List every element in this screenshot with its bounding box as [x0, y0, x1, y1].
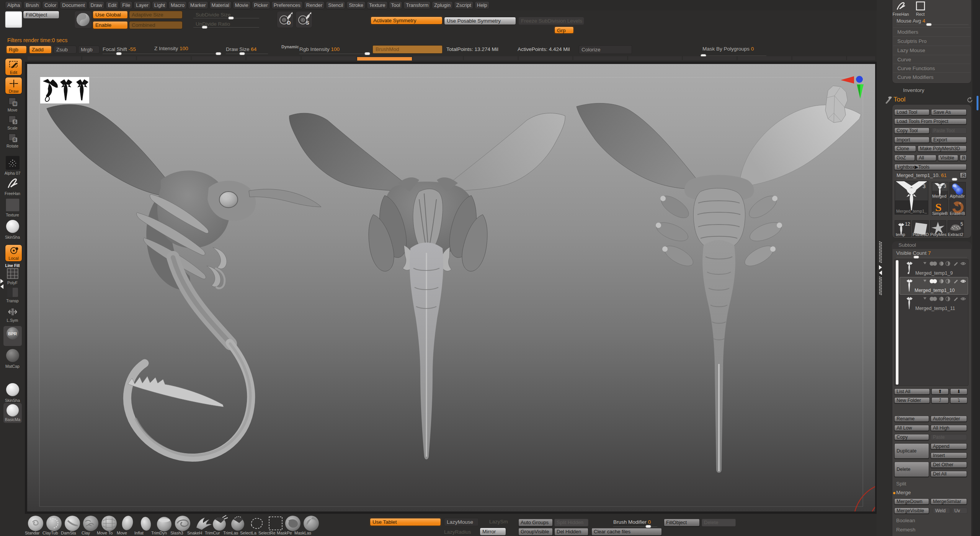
svg-text:S: S — [306, 20, 309, 26]
svg-text:12: 12 — [905, 221, 910, 227]
svg-text:D: D — [287, 20, 291, 26]
svg-text:BPR: BPR — [8, 331, 17, 336]
svg-text:S: S — [14, 120, 16, 124]
svg-text:3: 3 — [944, 184, 946, 189]
svg-text:R: R — [13, 138, 16, 142]
svg-text:5: 5 — [960, 221, 963, 227]
svg-text:3: 3 — [923, 183, 926, 189]
svg-text:M: M — [13, 102, 16, 106]
